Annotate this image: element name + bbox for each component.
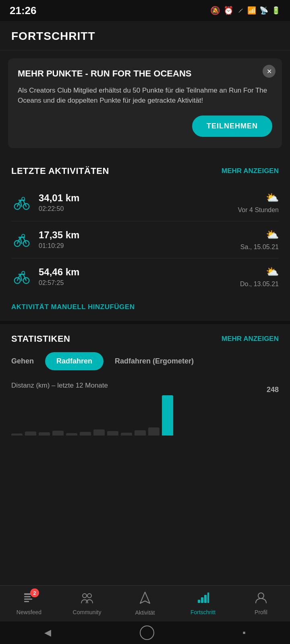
mute-icon: 🔕 (210, 6, 220, 15)
svg-rect-19 (207, 592, 209, 603)
community-icon (81, 592, 93, 607)
activities-header: LETZTE AKTIVITÄTEN MEHR ANZEIGEN (11, 166, 279, 176)
system-square-button[interactable]: ▪ (242, 627, 246, 638)
chart-bar (66, 433, 77, 436)
chart-bar (39, 432, 50, 436)
location-icon: ⟋ (237, 6, 244, 15)
wifi-icon: 📡 (259, 6, 268, 15)
battery-icon: 🔋 (271, 6, 280, 15)
nav-item-activity[interactable]: Aktivität (125, 591, 165, 616)
chart-bar (11, 433, 23, 436)
page-title-bar: FORTSCHRITT (0, 21, 290, 50)
tab-gehen[interactable]: Gehen (11, 352, 45, 370)
statistics-section: STATISTIKEN MEHR ANZEIGEN Gehen Radfahre… (0, 324, 290, 442)
add-activity-area: AKTIVITÄT MANUELL HINZUFÜGEN (0, 295, 290, 321)
chart-label: Distanz (km) – letzte 12 Monate (11, 382, 279, 390)
statistics-tabs: Gehen Radfahren Radfahren (Ergometer) (11, 352, 279, 370)
nav-label-newsfeed: Newsfeed (17, 609, 41, 615)
nav-label-community: Community (73, 609, 102, 615)
svg-rect-17 (201, 597, 203, 603)
activity-info: 54,46 km 02:57:25 (32, 266, 240, 287)
activity-icon-bike (11, 192, 32, 213)
add-activity-button[interactable]: AKTIVITÄT MANUELL HINZUFÜGEN (11, 303, 135, 311)
chart-bar (107, 431, 118, 436)
status-bar: 21:26 🔕 ⏰ ⟋ 📶 📡 🔋 (0, 0, 290, 21)
status-time: 21:26 (10, 4, 37, 17)
activity-duration: 01:10:29 (39, 242, 240, 250)
promo-title: MEHR PUNKTE - RUN FOR THE OCEANS (18, 68, 272, 80)
activity-meta: ⛅ Sa., 15.05.21 (240, 229, 279, 251)
activities-more-button[interactable]: MEHR ANZEIGEN (222, 167, 279, 175)
weather-icon: ⛅ (266, 192, 279, 204)
profile-icon (255, 592, 267, 607)
activity-item[interactable]: 54,46 km 02:57:25 ⛅ Do., 13.05.21 (11, 258, 279, 295)
tab-radfahren-ergometer[interactable]: Radfahren (Ergometer) (104, 352, 205, 370)
tab-radfahren[interactable]: Radfahren (45, 352, 104, 370)
nav-label-profile: Profil (255, 609, 267, 615)
activity-duration: 02:22:50 (39, 205, 238, 213)
promo-card: ✕ MEHR PUNKTE - RUN FOR THE OCEANS Als C… (8, 58, 282, 148)
bike-icon-svg (13, 194, 31, 211)
svg-rect-16 (198, 600, 200, 603)
chart-bar (25, 431, 36, 436)
page-title: FORTSCHRITT (11, 30, 279, 43)
chart-bar (52, 431, 64, 436)
activity-item[interactable]: 17,35 km 01:10:29 ⛅ Sa., 15.05.21 (11, 221, 279, 258)
weather-icon: ⛅ (266, 229, 279, 241)
activity-duration: 02:57:25 (39, 279, 240, 287)
newsfeed-badge: 2 (30, 588, 39, 597)
chart-bar (80, 432, 91, 436)
activities-section: LETZTE AKTIVITÄTEN MEHR ANZEIGEN 34,01 k… (0, 156, 290, 295)
chart-bars (11, 395, 259, 436)
activity-info: 17,35 km 01:10:29 (32, 229, 240, 250)
chart-bar (93, 429, 105, 436)
activity-meta: ⛅ Do., 13.05.21 (240, 266, 279, 288)
promo-join-button[interactable]: TEILNEHMEN (192, 116, 272, 137)
system-nav: ◀ ▪ (0, 621, 290, 644)
nav-item-newsfeed[interactable]: 2 Newsfeed (9, 592, 49, 615)
activity-distance: 54,46 km (39, 266, 240, 278)
newsfeed-icon: 2 (23, 592, 35, 607)
statistics-more-button[interactable]: MEHR ANZEIGEN (222, 335, 279, 343)
bike-icon-svg (13, 268, 31, 285)
chart-bar (148, 427, 160, 436)
system-back-button[interactable]: ◀ (44, 627, 51, 638)
alarm-icon: ⏰ (224, 6, 234, 15)
activity-icon (139, 591, 151, 607)
chart-bar (121, 433, 132, 436)
svg-rect-18 (204, 595, 207, 603)
svg-rect-11 (24, 599, 32, 600)
activity-meta: ⛅ Vor 4 Stunden (238, 192, 279, 214)
activity-info: 34,01 km 02:22:50 (32, 192, 238, 213)
svg-point-13 (83, 594, 87, 598)
nav-label-activity: Aktivität (135, 609, 155, 616)
statistics-header: STATISTIKEN MEHR ANZEIGEN (11, 334, 279, 344)
svg-rect-12 (24, 601, 29, 602)
svg-rect-10 (24, 596, 31, 597)
activity-date: Vor 4 Stunden (238, 206, 279, 214)
activity-distance: 17,35 km (39, 229, 240, 241)
activities-title: LETZTE AKTIVITÄTEN (11, 166, 109, 176)
chart-bar (135, 430, 146, 436)
promo-close-button[interactable]: ✕ (263, 65, 276, 78)
chart-max-value: 248 (267, 386, 279, 394)
activity-icon-bike (11, 266, 32, 287)
activity-date: Do., 13.05.21 (240, 281, 279, 288)
nav-item-progress[interactable]: Fortschritt (183, 592, 223, 615)
separator (0, 321, 290, 324)
signal-icon: 📶 (247, 6, 256, 15)
bike-icon-svg (13, 231, 31, 248)
nav-item-profile[interactable]: Profil (241, 592, 281, 615)
activity-date: Sa., 15.05.21 (240, 244, 279, 251)
system-home-button[interactable] (140, 625, 154, 640)
activity-icon-bike (11, 229, 32, 250)
chart-bar-active (162, 395, 173, 436)
svg-point-20 (258, 593, 264, 599)
activity-item[interactable]: 34,01 km 02:22:50 ⛅ Vor 4 Stunden (11, 184, 279, 221)
progress-icon (197, 592, 209, 607)
svg-marker-15 (140, 592, 150, 603)
nav-item-community[interactable]: Community (67, 592, 107, 615)
activity-distance: 34,01 km (39, 192, 238, 204)
statistics-title: STATISTIKEN (11, 334, 70, 344)
bottom-nav: 2 Newsfeed Community Aktivität (0, 585, 290, 621)
